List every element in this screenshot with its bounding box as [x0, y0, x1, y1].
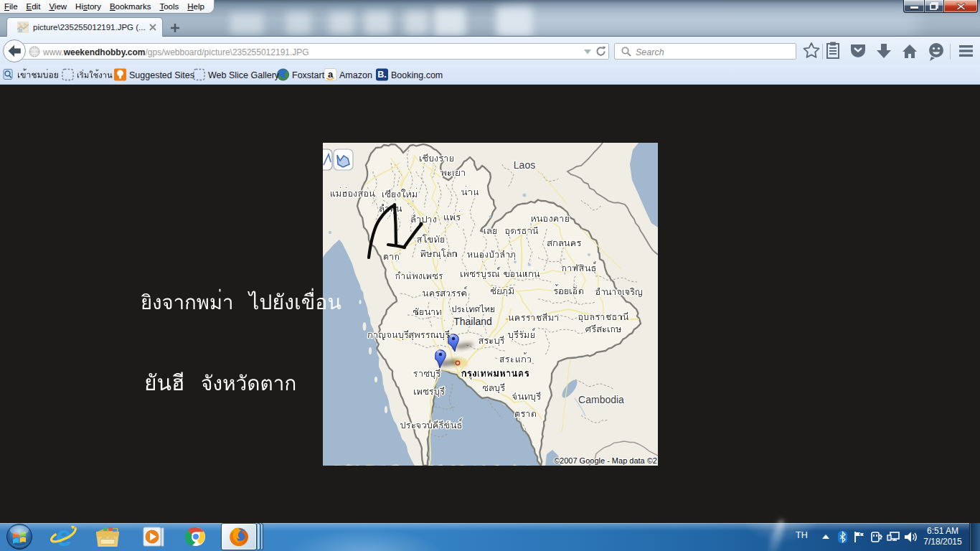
svg-text:Laos: Laos: [514, 159, 535, 171]
svg-text:Cambodia: Cambodia: [578, 394, 624, 405]
svg-text:Thailand: Thailand: [453, 316, 492, 327]
svg-text:©2007 Google - Map data ©2: ©2007 Google - Map data ©2: [554, 456, 657, 465]
svg-text:B.: B.: [377, 70, 387, 80]
